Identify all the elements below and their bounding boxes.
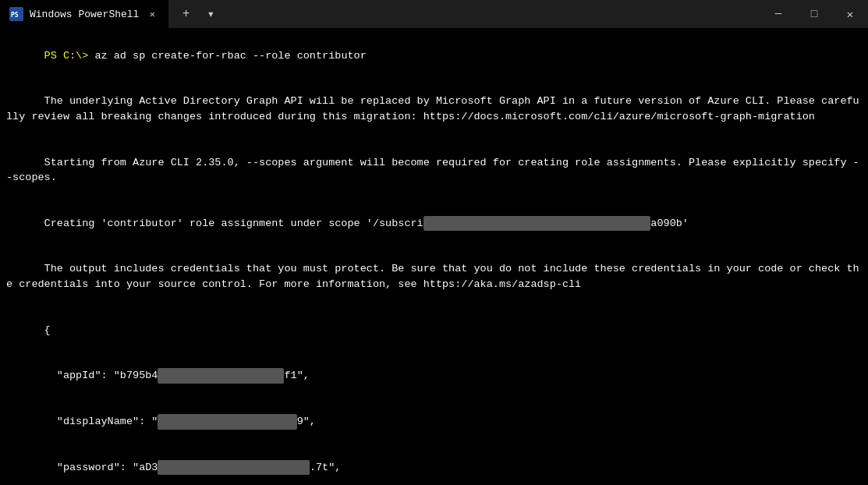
titlebar: PS Windows PowerShell ✕ + ▾ ─ □ ✕ <box>0 0 868 28</box>
json-displayname-line: "displayName": "██████████████████████9"… <box>6 399 862 445</box>
json-open-brace: { <box>6 307 862 353</box>
window: PS Windows PowerShell ✕ + ▾ ─ □ ✕ <box>0 0 868 485</box>
password-key: "password": "aD3 <box>44 462 158 473</box>
tab-close-button[interactable]: ✕ <box>145 7 159 21</box>
command-line: PS C:\> az ad sp create-for-rbac --role … <box>6 33 862 79</box>
creating-text-end: a090b' <box>650 218 689 229</box>
tab-title: Windows PowerShell <box>30 9 139 20</box>
json-password-line: "password": "aD3████████████████████████… <box>6 444 862 485</box>
creating-text-start: Creating 'contributor' role assignment u… <box>44 218 423 229</box>
output-line-creating: Creating 'contributor' role assignment u… <box>6 200 862 246</box>
json-appid-line: "appId": "b795b4████████████████████f1", <box>6 353 862 399</box>
password-blurred: ████████████████████████ <box>158 460 309 476</box>
scopes-text: Starting from Azure CLI 2.35.0, --scopes… <box>6 157 859 184</box>
displayname-blurred: ██████████████████████ <box>158 414 296 430</box>
creating-blurred: ████████████████████████████████████ <box>423 216 651 232</box>
appid-key: "appId": "b795b4 <box>44 370 158 381</box>
output-line-scopes: Starting from Azure CLI 2.35.0, --scopes… <box>6 140 862 200</box>
prompt1: PS C:\> <box>44 50 89 62</box>
command1: az ad sp create-for-rbac --role contribu… <box>88 50 366 62</box>
active-tab[interactable]: PS Windows PowerShell ✕ <box>0 0 168 28</box>
appid-end: f1", <box>284 370 309 381</box>
close-button[interactable]: ✕ <box>832 0 868 28</box>
output-line-warning: The underlying Active Directory Graph AP… <box>6 79 862 140</box>
powershell-icon: PS <box>9 7 23 21</box>
terminal-output[interactable]: PS C:\> az ad sp create-for-rbac --role … <box>0 28 868 485</box>
credentials-text: The output includes credentials that you… <box>6 263 859 290</box>
svg-text:PS: PS <box>11 12 19 19</box>
maximize-button[interactable]: □ <box>796 0 832 28</box>
warning-text: The underlying Active Directory Graph AP… <box>6 95 859 122</box>
window-controls: ─ □ ✕ <box>760 0 868 28</box>
tab-controls: + ▾ <box>168 0 228 28</box>
password-end: .7t", <box>310 462 342 473</box>
minimize-button[interactable]: ─ <box>760 0 796 28</box>
displayname-key: "displayName": " <box>44 416 158 427</box>
displayname-end: 9", <box>297 416 316 427</box>
tab-dropdown-button[interactable]: ▾ <box>200 3 221 25</box>
output-line-credentials: The output includes credentials that you… <box>6 246 862 307</box>
add-tab-button[interactable]: + <box>175 3 197 25</box>
appid-blurred: ████████████████████ <box>158 368 284 384</box>
